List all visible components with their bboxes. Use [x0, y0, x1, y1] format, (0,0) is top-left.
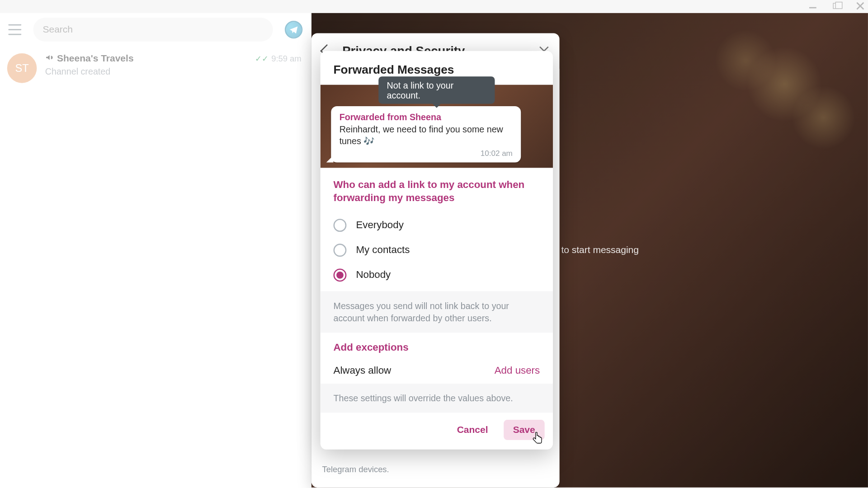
- window-close-icon[interactable]: [856, 2, 864, 10]
- chat-title: Sheena's Travels: [45, 53, 134, 64]
- radio-option-my-contacts[interactable]: My contacts: [334, 238, 540, 263]
- delivered-checks-icon: ✓✓: [255, 54, 269, 63]
- chat-title-text: Sheena's Travels: [57, 53, 134, 64]
- channel-icon: [45, 53, 53, 64]
- radio-label: Everybody: [356, 219, 403, 231]
- message-time: 10:02 am: [340, 149, 513, 158]
- message-text: Reinhardt, we need to find you some new …: [340, 123, 513, 147]
- search-input[interactable]: [42, 24, 263, 35]
- exceptions-info-text: These settings will override the values …: [321, 384, 553, 413]
- window-maximize-icon[interactable]: [832, 2, 840, 10]
- radio-icon: [334, 244, 347, 257]
- message-bubble: Forwarded from Sheena Reinhardt, we need…: [331, 106, 521, 162]
- modal-title: Forwarded Messages: [334, 63, 540, 76]
- telegram-logo-icon[interactable]: [285, 21, 302, 38]
- search-field[interactable]: [33, 18, 273, 41]
- exceptions-title: Add exceptions: [334, 341, 540, 354]
- radio-option-everybody[interactable]: Everybody: [334, 213, 540, 238]
- option-info-text: Messages you send will not link back to …: [321, 291, 553, 333]
- chat-list-item[interactable]: ST Sheena's Travels ✓✓ 9:59 am Channel c…: [0, 46, 311, 90]
- preview-tooltip: Not a link to your account.: [378, 76, 495, 103]
- menu-icon[interactable]: [8, 24, 21, 35]
- radio-label: My contacts: [356, 244, 410, 256]
- forwarded-from-label: Forwarded from Sheena: [340, 112, 513, 122]
- settings-footer-text: Telegram devices.: [322, 463, 549, 476]
- chat-time: 9:59 am: [271, 54, 301, 63]
- forwarded-messages-modal: Forwarded Messages Not a link to your ac…: [321, 51, 553, 450]
- radio-icon: [334, 268, 347, 282]
- window-titlebar: [0, 0, 868, 13]
- forward-preview: Not a link to your account. Forwarded fr…: [321, 85, 553, 168]
- section-title: Who can add a link to my account when fo…: [334, 178, 540, 205]
- window-minimize-icon[interactable]: [809, 2, 817, 10]
- add-users-link[interactable]: Add users: [495, 365, 540, 376]
- cursor-icon: [532, 431, 544, 445]
- radio-icon: [334, 219, 347, 232]
- window-controls: [809, 2, 864, 10]
- left-sidebar: ST Sheena's Travels ✓✓ 9:59 am Channel c…: [0, 13, 311, 488]
- exception-row: Always allow Add users: [321, 357, 553, 384]
- exception-label: Always allow: [334, 365, 392, 376]
- radio-label: Nobody: [356, 269, 391, 281]
- chat-subtitle: Channel created: [45, 66, 302, 76]
- radio-option-nobody[interactable]: Nobody: [334, 263, 540, 287]
- avatar: ST: [7, 53, 37, 83]
- cancel-button[interactable]: Cancel: [448, 420, 498, 440]
